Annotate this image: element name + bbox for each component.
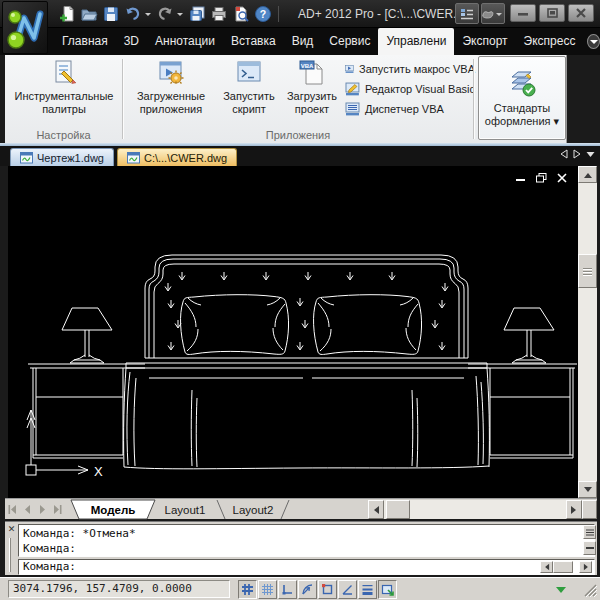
scroll-right-icon: [571, 506, 580, 514]
child-restore-icon[interactable]: [536, 173, 547, 183]
status-bar: 3074.1796, 157.4709, 0.0000: [0, 577, 600, 600]
tab-model[interactable]: Модель: [91, 504, 136, 516]
command-line-panel: ✕ Команда: *Отмена* Команда: Команда:: [5, 521, 597, 575]
drag-handle[interactable]: [9, 538, 11, 572]
tab-3d[interactable]: 3D: [116, 28, 147, 55]
redo-dropdown-icon[interactable]: [177, 13, 183, 19]
scroll-right-button[interactable]: [566, 500, 582, 519]
interface-settings-button[interactable]: [455, 3, 479, 24]
scroll-up-button[interactable]: [578, 166, 597, 183]
status-menu-arrow-icon[interactable]: [556, 587, 566, 598]
ortho-button[interactable]: [278, 580, 297, 599]
cmd-scroll-left-button[interactable]: [540, 561, 553, 573]
object-snap-button[interactable]: [318, 580, 337, 599]
new-file-button[interactable]: [56, 4, 77, 25]
app-logo[interactable]: [2, 1, 48, 54]
tab-list-dropdown-icon[interactable]: [586, 149, 595, 159]
scroll-left-button[interactable]: [368, 500, 384, 519]
tab-vstavka[interactable]: Вставка: [223, 28, 284, 55]
print-button[interactable]: [208, 4, 229, 25]
last-sheet-button[interactable]: [50, 501, 65, 518]
doc-tab-chertezh1[interactable]: Чертеж1.dwg: [10, 148, 114, 166]
cmd-scroll-thumb[interactable]: [553, 561, 573, 573]
command-close-icon[interactable]: ✕: [7, 525, 16, 534]
toolbar-separator: [278, 6, 279, 22]
vba-manager-button[interactable]: Диспетчер VBA: [345, 100, 475, 118]
open-button[interactable]: [78, 4, 99, 25]
resize-grip[interactable]: [584, 584, 597, 597]
tab-glavnaya[interactable]: Главная: [54, 28, 116, 55]
undo-button[interactable]: [122, 4, 143, 25]
cmd-scroll-right-button[interactable]: [579, 561, 592, 573]
load-project-button[interactable]: VBA Загрузить проект: [281, 58, 343, 116]
tab-vid[interactable]: Вид: [284, 28, 322, 55]
tab-layout1[interactable]: Layout1: [165, 504, 206, 516]
tab-scroll-left-icon[interactable]: [560, 149, 568, 159]
print-preview-icon: [232, 5, 250, 23]
close-button[interactable]: [568, 4, 594, 22]
vertical-scroll-thumb[interactable]: [578, 254, 597, 288]
command-history[interactable]: Команда: *Отмена* Команда:: [18, 524, 595, 557]
nightstand-right: [468, 364, 577, 458]
help-button[interactable]: ?: [252, 4, 273, 25]
vertical-scrollbar[interactable]: [578, 166, 597, 498]
grid-display-button[interactable]: [258, 580, 277, 599]
lineweight-icon: [361, 583, 374, 596]
drawing-viewport[interactable]: X: [8, 166, 578, 498]
save-all-button[interactable]: [186, 4, 207, 25]
ribbon-overflow-button[interactable]: [587, 34, 600, 49]
quick-access-toolbar: ?: [56, 3, 283, 25]
scroll-down-button[interactable]: [578, 481, 597, 498]
horizontal-scrollbar[interactable]: [368, 500, 582, 519]
snap-grid-button[interactable]: [238, 580, 257, 599]
command-history-menu-button[interactable]: [583, 525, 596, 539]
run-script-button[interactable]: Запустить скрипт: [219, 58, 279, 116]
next-sheet-button[interactable]: [35, 501, 50, 518]
undo-dropdown-icon[interactable]: [145, 13, 151, 19]
run-macro-button[interactable]: Запустить макрос VBA: [345, 60, 475, 78]
window-controls: [510, 4, 594, 22]
lineweight-button[interactable]: [358, 580, 377, 599]
tab-annotacii[interactable]: Аннотации: [147, 28, 223, 55]
save-button[interactable]: [100, 4, 121, 25]
command-history-collapse-button[interactable]: [583, 541, 596, 555]
minimize-button[interactable]: [510, 4, 536, 22]
command-prompt: Команда:: [23, 560, 76, 573]
doc-tab-cwer[interactable]: C:\...\CWER.dwg: [117, 148, 237, 166]
pillow-right: [314, 295, 422, 355]
tab-ekspress[interactable]: Экспресс: [516, 28, 584, 55]
print-preview-button[interactable]: [230, 4, 251, 25]
command-input[interactable]: Команда:: [18, 559, 595, 575]
redo-button[interactable]: [154, 4, 175, 25]
help-icon: ?: [254, 5, 272, 23]
child-close-icon[interactable]: [557, 173, 567, 183]
command-input-scrollbar[interactable]: [540, 561, 592, 573]
command-panel-handle[interactable]: ✕: [5, 522, 18, 576]
dynamic-viewport-button[interactable]: [378, 580, 397, 599]
redo-icon: [156, 5, 174, 23]
vb-editor-button[interactable]: Редактор Visual Basic: [345, 80, 475, 98]
tab-scroll-right-icon[interactable]: [573, 149, 581, 159]
object-tracking-button[interactable]: [338, 580, 357, 599]
prev-sheet-button[interactable]: [20, 501, 35, 518]
window-title: AD+ 2012 Pro - [C:\...\CWER.: [298, 0, 456, 28]
table-lamp-left: [62, 308, 112, 363]
scroll-up-icon: [584, 169, 592, 178]
tool-palettes-button[interactable]: Инструментальные палитры: [9, 58, 119, 116]
restore-button[interactable]: [539, 4, 565, 22]
command-history-line: Команда: *Отмена*: [23, 526, 590, 541]
tab-layout2[interactable]: Layout2: [233, 504, 274, 516]
standards-button[interactable]: Стандарты оформления ▾: [478, 56, 566, 140]
menu-lines-icon: [586, 529, 594, 536]
dwg-file-icon: [127, 151, 140, 164]
child-minimize-icon[interactable]: [516, 173, 526, 183]
polar-tracking-button[interactable]: [298, 580, 317, 599]
tab-servis[interactable]: Сервис: [321, 28, 378, 55]
tab-upravlenie[interactable]: Управлени: [378, 28, 454, 55]
workspace-button[interactable]: [481, 3, 505, 24]
horizontal-scroll-thumb[interactable]: [386, 500, 410, 519]
first-sheet-button[interactable]: [5, 501, 20, 518]
tab-eksport[interactable]: Экспорт: [454, 28, 515, 55]
doc-tab-label: Чертеж1.dwg: [37, 152, 104, 164]
loaded-apps-button[interactable]: Загруженные приложения: [127, 58, 215, 116]
